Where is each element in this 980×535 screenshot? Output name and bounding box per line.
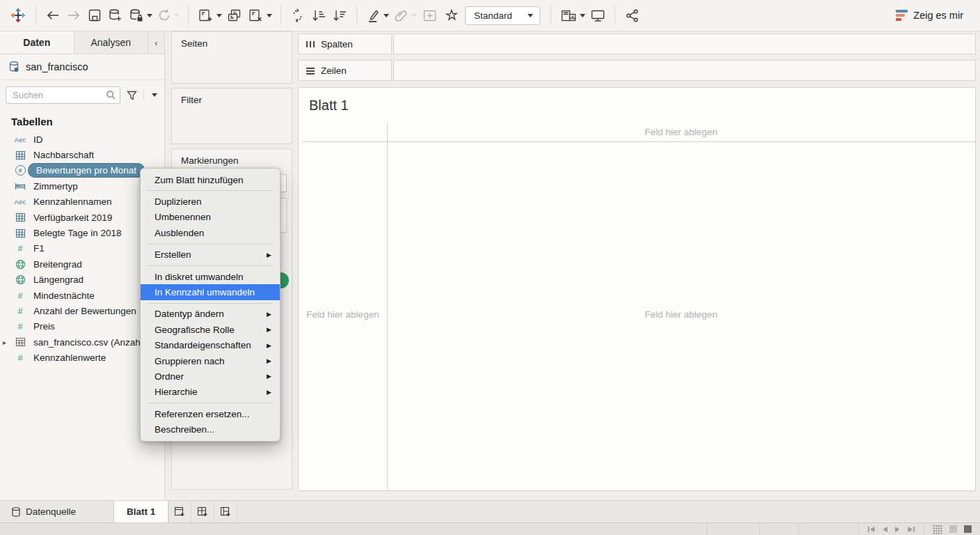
menu-item-geografische-rolle[interactable]: Geografische Rolle▶: [141, 322, 280, 337]
search-icon: [106, 90, 116, 100]
dropzone-top[interactable]: Feld hier ablegen: [387, 127, 975, 137]
pages-shelf-title: Seiten: [172, 32, 292, 49]
search-box: [6, 86, 120, 104]
submenu-arrow-icon: ▶: [267, 311, 271, 318]
new-worksheet-button[interactable]: [195, 4, 224, 26]
redo-button[interactable]: [63, 4, 84, 26]
datasource-item[interactable]: san_francisco: [0, 54, 164, 80]
sheet-tab-bar: Datenquelle Blatt 1: [0, 500, 980, 522]
highlight-button[interactable]: [363, 4, 391, 26]
funnel-icon: [126, 90, 138, 101]
filter-fields-button[interactable]: [125, 88, 139, 102]
view-options-button[interactable]: [148, 92, 159, 98]
menu-item-duplizieren[interactable]: Duplizieren: [141, 194, 280, 209]
menu-item-zum-blatt-hinzufuegen[interactable]: Zum Blatt hinzufügen: [141, 172, 280, 187]
number-icon: #: [10, 243, 31, 254]
show-me-button[interactable]: Zeig es mir: [892, 7, 973, 24]
menu-item-hierarchie[interactable]: Hierarchie▶: [141, 385, 280, 400]
clear-sheet-button[interactable]: [245, 4, 274, 26]
axis-divider-vertical: [387, 123, 388, 490]
submenu-arrow-icon: ▶: [267, 251, 271, 258]
menu-item-in-kennzahl-umwandeln[interactable]: In Kennzahl umwandeln: [141, 284, 280, 300]
rows-icon: [306, 66, 315, 75]
presentation-mode-button[interactable]: [587, 4, 608, 26]
bed-icon: [10, 182, 31, 191]
fix-axes-button[interactable]: [440, 4, 461, 26]
filmstrip-view-icon[interactable]: [933, 525, 942, 534]
swap-rows-columns-button[interactable]: [287, 4, 308, 26]
menu-item-standardeigenschaften[interactable]: Standardeigenschaften▶: [141, 338, 280, 353]
globe-icon: [10, 274, 31, 285]
share-button[interactable]: [622, 4, 642, 26]
save-button[interactable]: [84, 4, 105, 26]
collapse-pane-button[interactable]: ‹: [148, 31, 164, 54]
field-id[interactable]: Aec ID: [0, 132, 164, 147]
duplicate-sheet-button[interactable]: [224, 4, 245, 26]
full-view-icon[interactable]: [964, 525, 972, 533]
sort-descending-button[interactable]: [329, 4, 350, 26]
view-switcher: [924, 525, 980, 534]
new-dashboard-tab-button[interactable]: [191, 501, 214, 522]
fit-mode-value: Standard: [474, 10, 512, 21]
submenu-arrow-icon: ▶: [267, 342, 271, 349]
columns-icon: [306, 40, 315, 49]
datasource-name: san_francisco: [26, 61, 88, 72]
menu-item-ordner[interactable]: Ordner▶: [141, 369, 280, 384]
datasource-lock-button[interactable]: [126, 4, 155, 26]
columns-shelf-dropzone[interactable]: [393, 33, 976, 54]
expander-icon[interactable]: ▸: [3, 339, 6, 346]
next-sheet-icon[interactable]: [894, 526, 901, 533]
group-members-button[interactable]: [391, 4, 419, 26]
refresh-button[interactable]: [155, 4, 182, 26]
new-datasource-button[interactable]: [105, 4, 126, 26]
text-icon: Aec: [10, 136, 31, 144]
menu-item-gruppieren-nach[interactable]: Gruppieren nach▶: [141, 353, 280, 369]
show-mark-labels-button[interactable]: [419, 4, 440, 26]
tab-analysen[interactable]: Analysen: [74, 31, 148, 54]
menu-item-in-diskret-umwandeln[interactable]: In diskret umwandeln: [141, 269, 280, 284]
submenu-arrow-icon: ▶: [267, 389, 271, 396]
table-icon: [10, 337, 31, 347]
datasource-tab[interactable]: Datenquelle: [0, 501, 87, 522]
sheet-title: Blatt 1: [309, 98, 349, 114]
worksheet-view: Blatt 1 Feld hier ablegen Feld hier able…: [298, 87, 976, 491]
first-sheet-icon[interactable]: [867, 526, 876, 533]
number-icon: #: [10, 352, 31, 363]
thumbnail-view-icon[interactable]: [949, 525, 957, 533]
filters-shelf-title: Filter: [172, 88, 292, 105]
submenu-arrow-icon: ▶: [267, 326, 271, 333]
submenu-arrow-icon: ▶: [267, 357, 271, 364]
previous-sheet-icon[interactable]: [882, 526, 888, 533]
search-input[interactable]: [6, 86, 120, 104]
selected-field-pill[interactable]: Bewertungen pro Monat: [28, 163, 145, 178]
menu-item-beschreiben[interactable]: Beschreiben...: [141, 421, 280, 437]
pages-shelf[interactable]: Seiten: [171, 31, 292, 84]
fit-mode-select[interactable]: Standard: [465, 6, 540, 25]
chevron-left-icon: ‹: [155, 38, 157, 48]
new-worksheet-tab-button[interactable]: [168, 501, 191, 522]
field-nachbarschaft[interactable]: Nachbarschaft: [0, 147, 164, 162]
last-sheet-icon[interactable]: [907, 526, 915, 533]
menu-item-referenzen-ersetzen[interactable]: Referenzen ersetzen...: [141, 406, 280, 421]
show-me-label: Zeig es mir: [913, 10, 963, 21]
menu-item-ausblenden[interactable]: Ausblenden: [141, 225, 280, 240]
menu-item-datentyp-aendern[interactable]: Datentyp ändern▶: [141, 307, 280, 322]
globe-icon: [10, 259, 31, 270]
search-row: [0, 80, 164, 110]
device-preview-button[interactable]: [558, 4, 587, 26]
menu-item-umbenennen[interactable]: Umbenennen: [141, 210, 280, 225]
undo-button[interactable]: [42, 4, 63, 26]
rows-shelf-dropzone[interactable]: [393, 60, 976, 81]
menu-item-erstellen[interactable]: Erstellen▶: [141, 247, 280, 263]
columns-shelf: Spalten: [298, 33, 976, 54]
sort-ascending-button[interactable]: [308, 4, 329, 26]
new-story-tab-button[interactable]: [214, 501, 237, 522]
dropzone-left[interactable]: Feld hier ablegen: [299, 309, 387, 320]
datasource-cylinder-icon: [11, 506, 21, 518]
dropzone-center[interactable]: Feld hier ablegen: [387, 309, 975, 320]
toolbar: Standard Zeig es mir: [0, 0, 980, 31]
filters-shelf[interactable]: Filter: [171, 88, 292, 144]
table-icon: [10, 228, 31, 238]
sheet-tab-blatt-1[interactable]: Blatt 1: [113, 501, 168, 522]
tab-daten[interactable]: Daten: [0, 31, 74, 54]
